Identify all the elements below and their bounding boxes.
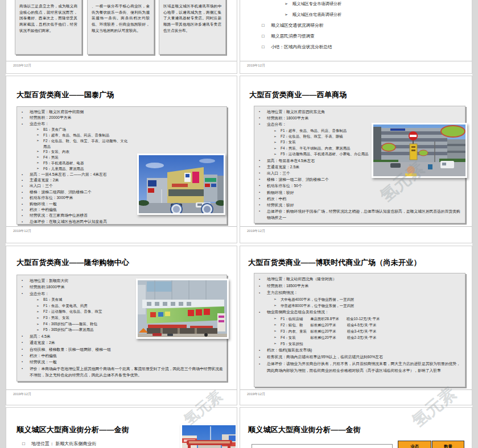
footer-divider [6,226,237,227]
slide-page-guotai[interactable]: 大型百货类商业——国泰广场 •地理位置：顺义区府前中街南侧•经营面积：20000… [6,76,237,243]
slide-preview-canvas[interactable]: 商场以三足鼎立之势，成为顺义商业核心的焦点，就经营状况而言，国泰最好、西单次之，… [0,0,478,448]
list-item-text: 楼梯：滚梯二组四部、消防楼梯二个 [30,190,92,194]
arrow-bullet-icon: ➢ [274,134,277,139]
bullet-item: •购物环境：较好 [254,189,461,196]
list-item-text: 购物环境：一般 [30,202,57,206]
list-item-text: 顺义城区专业市场调研分析 [292,1,341,6]
bullet-item: •经营面积：20000平方米 [17,115,223,121]
list-item-text: 总体评价：在顺义城区当地居民中认知度最高 [30,219,107,223]
footer-divider [240,61,472,61]
dot-bullet-icon: • [22,352,23,359]
arrow-bullet-icon: ➢ [274,316,277,322]
footer-date: 2019年12月 [247,229,265,234]
dot-bullet-icon: • [22,189,23,195]
dot-bullet-icon: • [259,360,260,367]
list-item-text: 档次：中档偏低 [30,354,57,358]
list-item-text: F4：男装、羊毛羊绒制品、内衣、家居用品 [281,146,351,150]
list-item-text: 经营状况：较好 [267,203,294,207]
footer-date: 2019年12月 [13,229,31,234]
xidan-building-illustration [373,125,465,176]
longhua-building-illustration [138,280,227,337]
slide-page-jinjie-right[interactable]: 顺义城区大型商业街分析——金街 业态 数量 [240,407,472,448]
list-item-text: 档次：低档(服装批发市场) [267,348,312,352]
dot-bullet-icon: • [22,109,23,115]
bullet-item: •经营面积：18500平方米 [254,283,461,289]
arrow-bullet-icon: ➢ [274,151,277,157]
arrow-bullet-icon: ➢ [36,321,39,327]
slide-page-agenda[interactable]: ➢顺义城区专业市场调研分析➢顺义城区住宅底商调研分析□顺义城区交通状况调研分析□… [240,0,472,74]
bullet-item: •评价：本商场由于在地理位置上据其他两个商场有一个距离，客流明显受到了分流，因此… [17,366,223,379]
bullet-item: •总体评价：在顺义城区当地居民中认知度最高 [17,219,223,225]
page-title: 大型百货类商业——隆华购物中心 [17,258,129,268]
list-item-text: F1：超市、食品、饰品、药店、音像制品 [43,132,109,138]
slide-page-bolian[interactable]: 大型百货类商业——博联时代商业广场（尚未开业） •地理位置：顺义站街西北角（隆华… [240,246,472,405]
dot-bullet-icon: • [22,213,23,218]
dot-bullet-icon: • [22,195,23,201]
list-item-text: 业态分布： [30,122,49,126]
bullet-item: •档次：中档 [254,196,461,202]
dot-bullet-icon: • [259,196,260,202]
dot-bullet-icon: • [259,121,260,127]
list-item-text: 地理位置：顺义区府前西街东北角 [267,110,325,114]
bullet-item: •档次：低档(服装批发市场) [254,347,461,354]
page-title: 顺义城区大型商业街分析——金街 [248,425,361,435]
list-item-text: F5：女装折扣 [281,342,303,346]
agenda-item: ➢顺义城区专业市场调研分析 [262,1,455,7]
arrow-bullet-icon: ➢ [285,1,288,7]
dot-bullet-icon: • [259,202,260,208]
arrow-bullet-icon: ➢ [36,297,39,303]
list-item-text: F5：365折扣广场——家居用品 [43,327,93,331]
content-box: •地理位置：顺义站街西北角（隆华对面）•经营面积：18500平方米•主力店招商情… [254,273,465,387]
list-item-text: F5：手机通讯器材、电器 [43,160,84,166]
slide-page-xidan[interactable]: 大型百货类商业——西单商场 •地理位置：顺义区府前西街东北角•经营面积：1800… [240,76,472,243]
checkbox-bullet-icon: □ [262,44,265,50]
footer-divider [6,61,237,61]
page-title: 大型百货类商业——西单商场 [249,90,347,100]
list-item-text: F5：运动服饰用品、手机通讯器材、小家电、办公用品 [281,152,368,156]
checkbox-bullet-icon: □ [262,33,265,39]
list-item-text: F3：女装 [281,140,296,144]
dot-bullet-icon: • [259,109,260,115]
page-title: 大型百货类商业——博联时代商业广场（尚未开业） [248,258,421,268]
arrow-bullet-icon: ➢ [274,328,277,334]
summary-box-telecom: 区域是顺义城区手机通讯市场的中心地带，以通讯城为主，两侧汇集了大量通讯器材专卖店… [159,0,226,55]
arrow-bullet-icon: ➢ [36,327,39,333]
bullet-item: •经营状况：一般 [17,359,223,365]
dot-bullet-icon: • [22,359,23,365]
arrow-bullet-icon: ➢ [36,138,39,144]
text-frame [252,444,393,448]
dot-bullet-icon: • [22,219,23,225]
list-item-text: F4：女装 标准摊位20平米 租金2-3元/天·平米 [281,335,376,339]
arrow-bullet-icon: ➢ [36,166,39,172]
arrow-bullet-icon: ➢ [274,322,277,328]
slide-page-jinjie-left[interactable]: 顺义城区大型商业街分析——金街 □地理位置： 新顺大街东侧商业街 [6,407,237,448]
jinjie-street-illustration [182,425,236,448]
dot-bullet-icon: • [259,283,260,289]
list-item-text: 经营面积：18000平方米 [267,116,308,120]
footer-divider [240,226,472,227]
list-item-text: 经营状况：一般 [30,360,57,364]
list-item-text: 经营状况：在三家商场中位居榜首 [30,213,88,217]
agenda-item: □顺义居民消费习惯调查 [262,33,455,39]
dot-bullet-icon: • [22,333,23,339]
arrow-bullet-icon: ➢ [274,139,277,145]
list-item-text: F3：内衣、童装 标准摊位20平米 租金3-4元/天·平米 [281,329,376,333]
agenda-item: ➢顺义城区住宅底商调研分析 [262,11,455,18]
slide-page-longhua[interactable]: 大型百货类商业——隆华购物中心 •地理位置：新顺南大街•经营面积:18000平米… [6,246,237,405]
list-item-text: F3：男装、女装 [43,316,69,320]
slide-page-summary[interactable]: 商场以三足鼎立之势，成为顺义商业核心的焦点，就经营状况而言，国泰最好、西单次之，… [6,0,237,74]
footer-date: 2019年12月 [13,63,31,68]
footer-date: 2019年12月 [247,63,265,68]
bullet-item: •地理位置：顺义区府前西街东北角 [254,109,461,115]
arrow-bullet-icon: ➢ [36,160,39,166]
dot-bullet-icon: • [22,339,23,346]
xidan-market-photo [372,123,467,178]
list-item-text: 出入口：三个 [30,184,53,188]
list-item-text: 顺义城区交通状况调研分析 [271,23,323,28]
list-item-text: 通道宽度：2米 [30,341,55,345]
arrow-bullet-icon: ➢ [285,11,288,18]
list-item-text: 小结：区域内商业状况分析总结 [271,44,332,49]
dot-bullet-icon: • [259,276,260,283]
list-item-text: 购物环境：较好 [267,190,294,194]
dot-bullet-icon: • [22,207,23,213]
